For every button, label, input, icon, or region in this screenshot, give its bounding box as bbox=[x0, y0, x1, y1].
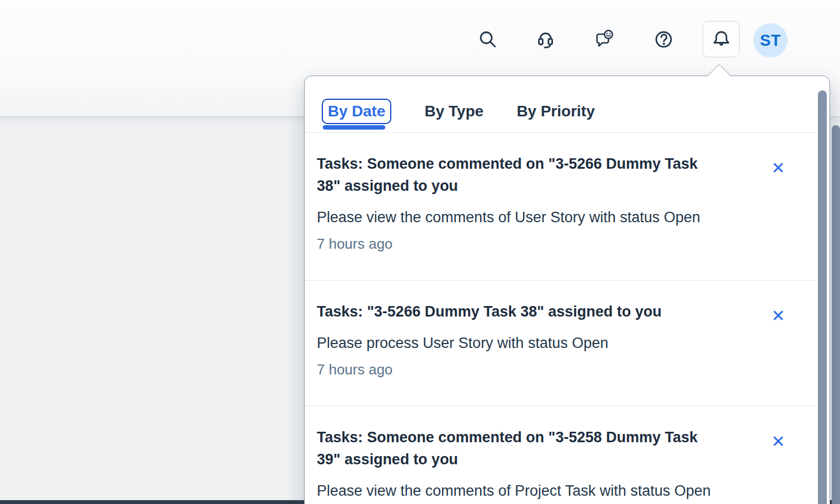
notification-item[interactable]: Tasks: Someone commented on "3-5266 Dumm… bbox=[305, 133, 830, 280]
notification-title: Tasks: Someone commented on "3-5258 Dumm… bbox=[317, 426, 703, 470]
close-icon: ✕ bbox=[771, 432, 785, 451]
close-notification-button[interactable]: ✕ bbox=[768, 306, 788, 326]
support-button[interactable] bbox=[533, 28, 557, 52]
tab-by-type[interactable]: By Type bbox=[424, 103, 483, 120]
notification-tabstrip: By Date By Type By Priority bbox=[305, 76, 830, 133]
search-icon bbox=[477, 29, 498, 50]
notification-item[interactable]: Tasks: Someone commented on "3-5258 Dumm… bbox=[305, 406, 830, 504]
tab-by-date[interactable]: By Date bbox=[322, 99, 391, 124]
avatar[interactable]: ST bbox=[753, 23, 788, 57]
help-button[interactable] bbox=[652, 28, 676, 52]
notification-item[interactable]: Tasks: "3-5266 Dummy Task 38" assigned t… bbox=[305, 280, 830, 406]
page-scrollbar[interactable] bbox=[832, 125, 840, 504]
notification-timestamp: 7 hours ago bbox=[317, 361, 716, 378]
notification-title: Tasks: "3-5266 Dummy Task 38" assigned t… bbox=[317, 301, 703, 323]
notification-body: Please process User Story with status Op… bbox=[317, 335, 716, 352]
close-notification-button[interactable]: ✕ bbox=[768, 432, 788, 452]
close-icon: ✕ bbox=[771, 306, 785, 325]
headset-icon bbox=[535, 29, 556, 50]
help-icon bbox=[653, 29, 675, 51]
search-button[interactable] bbox=[476, 28, 500, 52]
notification-title: Tasks: Someone commented on "3-5266 Dumm… bbox=[317, 153, 703, 197]
bell-icon bbox=[710, 28, 732, 51]
notification-timestamp: 7 hours ago bbox=[317, 235, 716, 253]
tab-by-priority[interactable]: By Priority bbox=[517, 103, 595, 120]
notifications-button[interactable] bbox=[703, 21, 740, 57]
notification-body: Please view the comments of Project Task… bbox=[317, 482, 716, 500]
close-icon: ✕ bbox=[771, 158, 785, 178]
selected-tab-underline bbox=[323, 125, 385, 130]
notification-body: Please view the comments of User Story w… bbox=[317, 209, 716, 226]
avatar-initials: ST bbox=[760, 31, 781, 50]
close-notification-button[interactable]: ✕ bbox=[768, 158, 788, 178]
notification-list: Tasks: Someone commented on "3-5266 Dumm… bbox=[305, 133, 830, 504]
feedback-button[interactable] bbox=[592, 28, 616, 52]
feedback-chat-icon bbox=[593, 29, 615, 51]
popover-scrollbar[interactable] bbox=[818, 90, 827, 504]
notifications-popover: By Date By Type By Priority Tasks: Someo… bbox=[304, 76, 830, 504]
